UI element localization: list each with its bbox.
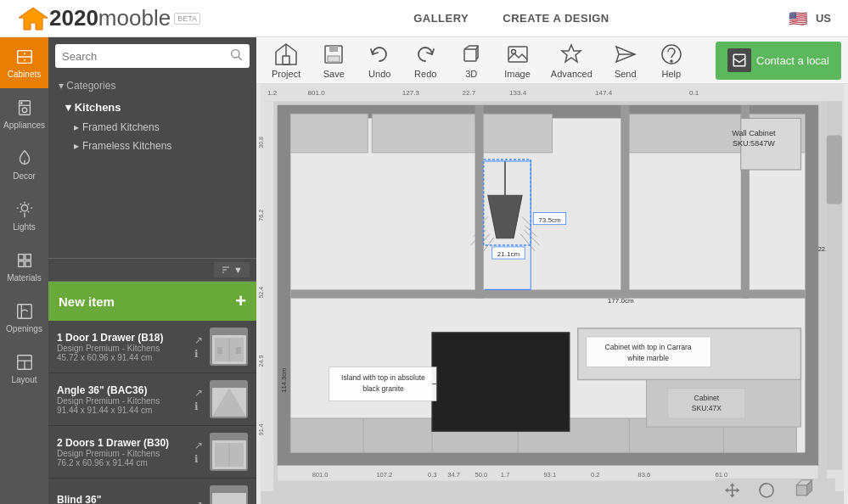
svg-rect-47 — [329, 46, 338, 52]
3d-label: 3D — [465, 69, 477, 79]
svg-text:21.1cm: 21.1cm — [497, 250, 520, 258]
sort-bar: ▼ — [48, 258, 256, 282]
undo-icon — [368, 42, 391, 66]
save-button[interactable]: Save — [312, 39, 355, 82]
sidebar-item-cabinets[interactable]: Cabinets — [0, 37, 48, 88]
product-info: Blind 36" Design Premium - Kitchens — [57, 494, 188, 504]
nav-links: GALLERY CREATE A DESIGN — [234, 12, 789, 25]
image-button[interactable]: Image — [496, 39, 539, 82]
product-info-icon[interactable]: ℹ — [194, 400, 203, 412]
svg-text:93.1: 93.1 — [543, 471, 556, 479]
product-info-icon[interactable]: ℹ — [194, 453, 203, 465]
list-item[interactable]: Blind 36" Design Premium - Kitchens ↗ — [48, 479, 256, 504]
svg-text:24.9: 24.9 — [258, 356, 264, 367]
product-share-icon[interactable]: ↗ — [194, 440, 203, 451]
3d-button[interactable]: 3D — [450, 39, 492, 82]
svg-text:SKU:5847W: SKU:5847W — [733, 139, 775, 148]
sub-category-frameless[interactable]: ▸ Frameless Kitchens — [48, 137, 256, 155]
svg-rect-22 — [25, 260, 30, 266]
sub-category-framed[interactable]: ▸ Framed Kitchens — [48, 118, 256, 137]
send-button[interactable]: Send — [604, 39, 647, 82]
svg-rect-79 — [278, 105, 290, 465]
advanced-button[interactable]: Advanced — [542, 39, 601, 82]
sidebar-item-lights[interactable]: Lights — [0, 190, 48, 241]
search-input[interactable] — [62, 50, 224, 63]
svg-rect-44 — [283, 56, 289, 64]
canvas-area: 1.2 801.0 127.3 22.7 133.4 147.4 0.1 30.… — [256, 84, 848, 504]
category-kitchens[interactable]: ▾ Kitchens — [48, 97, 256, 118]
product-info-icon[interactable]: ℹ — [194, 348, 203, 360]
svg-text:133.4: 133.4 — [509, 89, 527, 97]
contact-button[interactable]: Contact a local — [716, 42, 841, 80]
product-share-icon[interactable]: ↗ — [194, 387, 203, 399]
categories-header[interactable]: ▾ Categories — [48, 75, 256, 97]
sidebar-item-materials[interactable]: Materials — [0, 241, 48, 292]
view-cube-icon[interactable] — [796, 480, 811, 496]
toolbar: Project Save Undo — [256, 37, 848, 84]
product-thumbnail-img — [211, 486, 248, 505]
help-button[interactable]: Help — [650, 39, 693, 82]
product-dims: 76.2 x 60.96 x 91.44 cm — [57, 458, 188, 468]
sort-button[interactable]: ▼ — [214, 262, 250, 277]
list-item[interactable]: 1 Door 1 Drawer (B18) Design Premium - K… — [48, 321, 256, 373]
create-link[interactable]: CREATE A DESIGN — [503, 12, 609, 25]
region-label: US — [816, 12, 831, 25]
product-info: Angle 36" (BAC36) Design Premium - Kitch… — [57, 384, 188, 415]
sidebar-item-decor[interactable]: Decor — [0, 139, 48, 190]
redo-button[interactable]: Redo — [404, 39, 446, 82]
sidebar-icons: Cabinets Appliances Decor — [0, 37, 48, 504]
undo-button[interactable]: Undo — [358, 39, 401, 82]
product-thumbnail-img — [211, 434, 248, 471]
svg-rect-154 — [796, 485, 806, 496]
svg-line-17 — [27, 203, 28, 204]
nav-right: 🇺🇸 US — [789, 9, 831, 28]
svg-text:SKU:47X: SKU:47X — [692, 404, 722, 412]
sidebar-item-openings[interactable]: Openings — [0, 292, 48, 343]
product-sub: Design Premium - Kitchens — [57, 344, 188, 353]
materials-label: Materials — [7, 273, 42, 283]
product-sub: Design Premium - Kitchens — [57, 396, 188, 406]
search-icon[interactable] — [229, 48, 243, 64]
project-button[interactable]: Project — [263, 39, 309, 82]
lights-icon — [15, 200, 34, 219]
sidebar-item-appliances[interactable]: Appliances — [0, 88, 48, 139]
svg-rect-48 — [328, 56, 340, 62]
svg-line-15 — [20, 203, 20, 204]
advanced-label: Advanced — [551, 69, 592, 79]
svg-point-57 — [671, 60, 672, 62]
new-item-bar[interactable]: New item + — [48, 282, 256, 321]
list-item[interactable]: Angle 36" (BAC36) Design Premium - Kitch… — [48, 373, 256, 426]
floorplan-svg: 1.2 801.0 127.3 22.7 133.4 147.4 0.1 30.… — [256, 84, 848, 504]
logo-text-2020: 2020 — [49, 5, 98, 31]
cabinets-icon — [15, 48, 34, 66]
product-info: 1 Door 1 Drawer (B18) Design Premium - K… — [57, 332, 188, 362]
svg-text:30.8: 30.8 — [258, 137, 264, 148]
svg-text:Wall Cabinet: Wall Cabinet — [732, 129, 776, 137]
svg-text:0.1: 0.1 — [689, 89, 699, 97]
svg-text:147.4: 147.4 — [595, 89, 613, 97]
openings-icon — [15, 302, 34, 321]
svg-text:22.7: 22.7 — [462, 89, 475, 97]
image-label: Image — [504, 69, 531, 79]
svg-text:1.2: 1.2 — [267, 89, 278, 97]
svg-text:73.5cm: 73.5cm — [538, 216, 561, 224]
list-item[interactable]: 2 Doors 1 Drawer (B30) Design Premium - … — [48, 426, 256, 479]
new-item-plus: + — [235, 290, 246, 312]
svg-marker-0 — [19, 8, 48, 30]
svg-text:0.2: 0.2 — [591, 471, 600, 479]
product-share-icon[interactable]: ↗ — [194, 334, 203, 346]
sidebar-item-layout[interactable]: Layout — [0, 343, 48, 394]
product-share-icon[interactable]: ↗ — [194, 499, 203, 505]
svg-rect-42 — [212, 493, 246, 505]
logo-text-mooble: mooble — [98, 5, 171, 31]
categories-section: ▾ Categories ▾ Kitchens ▸ Framed Kitchen… — [48, 75, 256, 258]
gallery-link[interactable]: GALLERY — [413, 12, 469, 25]
svg-text:Cabinet with top in Carrara: Cabinet with top in Carrara — [605, 343, 692, 351]
svg-text:1.7: 1.7 — [501, 471, 510, 479]
layout-icon — [15, 353, 34, 372]
redo-icon — [413, 42, 437, 66]
product-sub: Design Premium - Kitchens — [57, 449, 188, 458]
product-thumbnail-img — [211, 381, 248, 418]
svg-text:white marble: white marble — [626, 354, 669, 362]
svg-text:52.4: 52.4 — [258, 287, 264, 299]
